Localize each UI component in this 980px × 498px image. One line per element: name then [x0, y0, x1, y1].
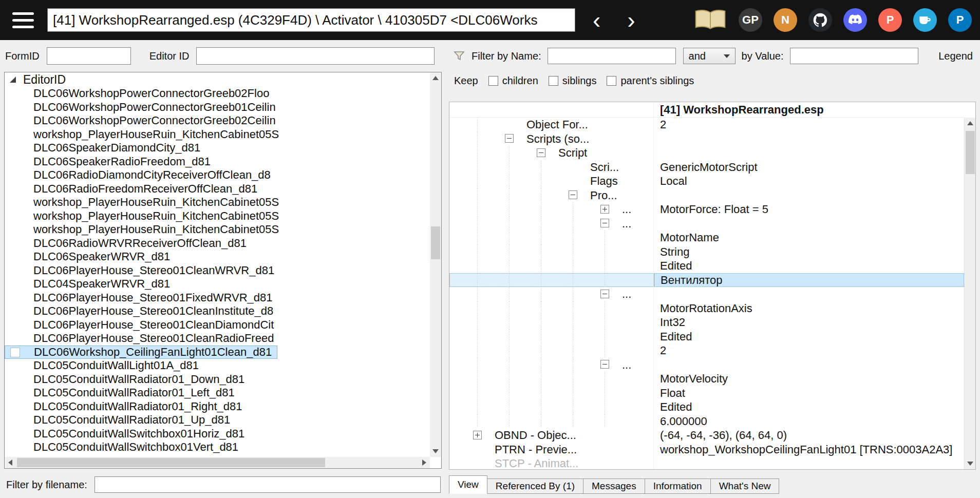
list-item[interactable]: DLC04SpeakerWRVR_d81 — [5, 277, 430, 291]
grid-row[interactable]: FlagsLocal — [449, 174, 964, 188]
grid-value-cell[interactable]: (-64, -64, -36), (64, 64, 0) — [654, 428, 964, 443]
list-item-selected[interactable]: DLC06Workshop_CeilingFanLight01Clean_d81 — [5, 346, 277, 359]
grid-value-cell-selected[interactable]: Вентилятор — [654, 273, 964, 288]
list-item[interactable]: DLC05ConduitWallLight01A_d81 — [5, 359, 430, 373]
grid-value-cell[interactable]: MotorRotationAxis — [654, 301, 964, 316]
list-item[interactable]: DLC06WorkshopPowerConnectorGreeb02Ceilin — [5, 114, 430, 128]
grid-row[interactable]: ... — [449, 217, 964, 231]
collapse-minus-icon[interactable] — [600, 290, 609, 298]
list-item[interactable]: DLC05ConduitWallSwitchbox01Horiz_d81 — [5, 427, 430, 441]
keep-parent-s-siblings-option[interactable]: parent's siblings — [607, 75, 694, 87]
list-item[interactable]: DLC06SpeakerRadioFreedom_d81 — [5, 155, 430, 169]
list-item[interactable]: DLC06RadioDiamondCityReceiverOffClean_d8 — [5, 168, 430, 182]
grid-row[interactable]: Scri...GenericMotorScript — [449, 160, 964, 175]
grid-row[interactable]: MotorRotationAxis — [449, 301, 964, 316]
filter-by-name-input[interactable] — [548, 48, 676, 64]
scroll-right-button[interactable] — [419, 457, 430, 468]
grid-value-cell[interactable]: workshop_WorkshopCeilingFanLight01 [TRNS… — [654, 443, 964, 457]
patreon-icon[interactable]: P — [878, 8, 902, 32]
grid-value-cell[interactable] — [654, 146, 964, 160]
list-item[interactable]: DLC06PlayerHouse_Stereo01CleanRadioFreed — [5, 332, 430, 346]
collapse-minus-icon[interactable] — [569, 190, 577, 199]
record-path-combo[interactable]: [41] WorkshopRearranged.esp (4C329F4D) \… — [47, 8, 575, 32]
checkbox-icon[interactable] — [607, 76, 616, 86]
expanded-triangle-icon[interactable] — [10, 76, 16, 83]
filter-by-value-input[interactable] — [790, 48, 918, 64]
grid-row[interactable]: MotorName — [449, 231, 964, 245]
grid-row[interactable]: Вентилятор — [449, 273, 964, 288]
grid-row[interactable]: ...MotorForce: Float = 5 — [449, 202, 964, 217]
list-item[interactable]: DLC05ConduitWallRadiator01_Up_d81 — [5, 413, 430, 427]
tab-view[interactable]: View — [449, 475, 487, 494]
gamerpoets-icon[interactable]: GP — [739, 8, 762, 32]
list-item[interactable]: DLC05ConduitWallRadiator01_Right_d81 — [5, 400, 430, 414]
grid-value-cell[interactable]: MotorName — [654, 231, 964, 245]
list-item[interactable]: DLC06PlayerHouse_Stereo01CleanInstitute_… — [5, 304, 430, 318]
list-item[interactable]: DLC06PlayerHouse_Stereo01CleanDiamondCit — [5, 318, 430, 332]
grid-row[interactable]: String — [449, 245, 964, 259]
grid-value-cell[interactable] — [654, 217, 964, 231]
kofi-icon[interactable] — [913, 8, 937, 32]
grid-value-cell[interactable] — [654, 132, 964, 146]
grid-value-cell[interactable]: GenericMotorScript — [654, 160, 964, 175]
grid-value-cell[interactable]: Edited — [654, 330, 964, 344]
grid-row[interactable]: Pro... — [449, 188, 964, 203]
list-item[interactable]: DLC06WorkshopPowerConnectorGreeb01Ceilin — [5, 101, 430, 114]
grid-scroll-down-button[interactable] — [965, 458, 976, 469]
filter-operator-select[interactable]: and — [683, 48, 736, 64]
scroll-left-button[interactable] — [5, 457, 16, 468]
panel-splitter[interactable] — [442, 40, 448, 498]
grid-row[interactable]: Edited — [449, 400, 964, 414]
tab-what-s-new[interactable]: What's New — [711, 478, 780, 494]
grid-row[interactable]: Scripts (so... — [449, 132, 964, 146]
grid-value-cell[interactable]: 2 — [654, 118, 964, 132]
nexus-mods-icon[interactable]: N — [774, 8, 797, 32]
tab-referenced-by-1[interactable]: Referenced By (1) — [487, 478, 583, 494]
grid-value-cell[interactable]: Edited — [654, 259, 964, 273]
grid-value-cell[interactable]: Int32 — [654, 315, 964, 330]
list-item[interactable]: DLC06SpeakerDiamondCity_d81 — [5, 141, 430, 155]
back-button[interactable]: ‹ — [593, 8, 600, 32]
grid-value-cell[interactable]: Local — [654, 174, 964, 188]
grid-row[interactable]: ... — [449, 287, 964, 301]
grid-value-cell[interactable]: String — [654, 245, 964, 259]
legend-link[interactable]: Legend — [938, 50, 973, 62]
grid-row[interactable]: Object For...2 — [449, 118, 964, 132]
list-item[interactable]: workshop_PlayerHouseRuin_KitchenCabinet0… — [5, 209, 430, 223]
checkbox-icon[interactable] — [549, 76, 558, 86]
grid-value-cell[interactable]: 6.000000 — [654, 414, 964, 429]
tab-messages[interactable]: Messages — [583, 478, 645, 494]
list-item[interactable]: workshop_PlayerHouseRuin_KitchenCabinet0… — [5, 196, 430, 209]
grid-row[interactable]: OBND - Objec...(-64, -64, -36), (64, 64,… — [449, 428, 964, 443]
filter-filename-input[interactable] — [95, 476, 441, 493]
list-item[interactable]: DLC06RadioFreedomReceiverOffClean_d81 — [5, 182, 430, 196]
grid-row[interactable]: STCP - Animat... — [449, 456, 964, 469]
grid-value-cell[interactable]: Edited — [654, 400, 964, 414]
main-menu-icon[interactable] — [12, 12, 34, 28]
list-item[interactable]: workshop_PlayerHouseRuin_KitchenCabinet0… — [5, 128, 430, 142]
list-item[interactable]: DLC06WorkshopPowerConnectorGreeb02Floo — [5, 87, 430, 101]
grid-row[interactable]: PTRN - Previe...workshop_WorkshopCeiling… — [449, 443, 964, 457]
grid-vertical-scrollbar[interactable] — [964, 118, 975, 469]
list-item[interactable]: workshop_PlayerHouseRuin_KitchenCabinet0… — [5, 223, 430, 237]
grid-row[interactable]: Edited — [449, 330, 964, 344]
tab-information[interactable]: Information — [645, 478, 711, 494]
grid-value-cell[interactable]: Float — [654, 386, 964, 400]
list-item[interactable]: DLC06RadioWRVRReceiverOffClean_d81 — [5, 237, 430, 251]
grid-value-cell[interactable]: 2 — [654, 343, 964, 358]
grid-header-row[interactable]: [41] WorkshopRearranged.esp — [449, 102, 964, 118]
list-item[interactable]: DLC06PlayerHouse_Stereo01CleanWRVR_d81 — [5, 264, 430, 278]
forward-button[interactable]: › — [627, 8, 635, 32]
editorid-input[interactable] — [196, 47, 435, 65]
scroll-down-button[interactable] — [430, 446, 441, 457]
grid-row[interactable]: Script — [449, 146, 964, 160]
grid-value-cell[interactable] — [654, 456, 964, 469]
grid-scroll-up-button[interactable] — [965, 118, 976, 129]
grid-row[interactable]: 6.000000 — [449, 414, 964, 429]
list-item[interactable]: DLC05ConduitWallRadiator01_Left_d81 — [5, 386, 430, 400]
grid-value-cell[interactable] — [654, 188, 964, 203]
list-item[interactable]: DLC06SpeakerWRVR_d81 — [5, 250, 430, 264]
filter-funnel-icon[interactable] — [453, 50, 465, 62]
grid-value-cell[interactable] — [654, 287, 964, 301]
github-icon[interactable] — [808, 8, 832, 32]
